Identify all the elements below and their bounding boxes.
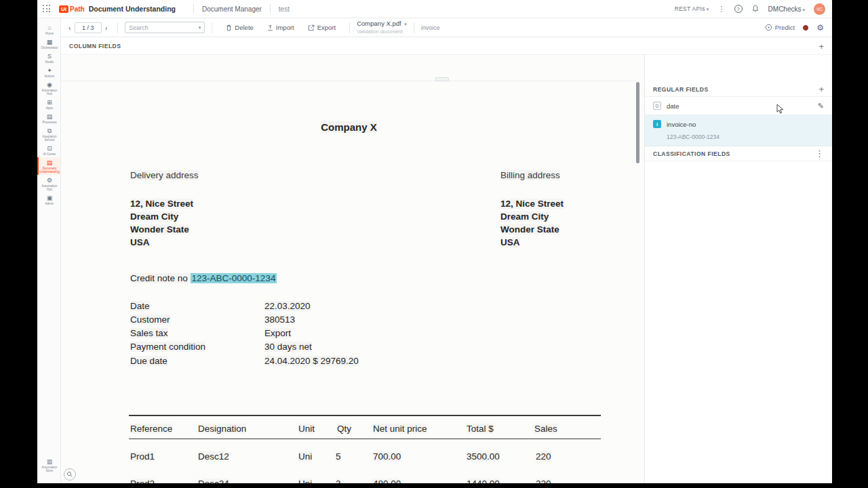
detail-label: Customer [130, 314, 170, 325]
credit-note-line: Credit note no 123-ABC-0000-1234 [130, 273, 277, 283]
delete-button[interactable]: Delete [226, 24, 253, 31]
table-header: Net unit price [373, 424, 427, 434]
billing-address-block: 12, Nice Street Dream City Wonder State … [500, 197, 564, 249]
zoom-button[interactable] [64, 468, 76, 481]
sidebar-item-processes[interactable]: ▤ Processes [37, 111, 60, 125]
next-page-button[interactable]: › [102, 24, 111, 32]
divider [193, 4, 194, 14]
kebab-menu-icon[interactable]: ⋮ [718, 5, 726, 14]
panel-top-padding [645, 55, 832, 82]
delivery-address-header: Delivery address [130, 170, 199, 180]
credit-note-number-highlight[interactable]: 123-ABC-0000-1234 [191, 273, 277, 283]
topbar-right: REST APIs▾ ⋮ ? DMChecks▾ VC [675, 3, 825, 15]
delivery-address-block: 12, Nice Street Dream City Wonder State … [130, 197, 193, 249]
sidebar-item-studio[interactable]: S Studio [37, 51, 60, 65]
table-header: Qty [337, 424, 351, 434]
page-indicator[interactable]: 1 / 3 [75, 22, 102, 33]
sidebar-item-label: AI Center [39, 152, 60, 156]
address-line: Dream City [500, 210, 564, 223]
menu-test[interactable]: test [279, 5, 290, 13]
table-header: Unit [298, 424, 315, 434]
delivery-address-header-text: Delivery address [130, 170, 199, 180]
processes-icon: ▤ [47, 113, 53, 120]
gear-icon[interactable]: ⚙ [816, 23, 824, 33]
sidebar-item-integration-service[interactable]: ⧉ Integration Service [37, 125, 60, 143]
divider [270, 4, 271, 14]
sidebar-item-label: Automation Hub [39, 89, 60, 96]
sidebar-item-label: Orchestrator [39, 46, 60, 49]
sidebar-item-ai-center[interactable]: ⊡ AI Center [37, 143, 60, 157]
tenant-dropdown[interactable]: DMChecks▾ [768, 5, 805, 13]
automation-ops-icon: ⚙ [47, 177, 52, 184]
field-type-badge: D [653, 102, 661, 110]
studio-icon: S [47, 53, 52, 60]
predict-button[interactable]: Predict [765, 24, 795, 31]
table-cell: Desc12 [198, 451, 229, 462]
chevron-down-icon: ▾ [707, 7, 709, 12]
automation-hub-icon: ◉ [47, 81, 52, 88]
field-row-date[interactable]: D date ✎ [645, 97, 832, 115]
help-icon[interactable]: ? [734, 5, 743, 13]
predict-icon [765, 24, 772, 31]
integration-service-icon: ⧉ [47, 127, 52, 134]
sidebar-item-home[interactable]: ⌂ Home [37, 22, 60, 37]
fields-panel: REGULAR FIELDS + D date ✎ i invoice-no 1… [644, 55, 832, 483]
avatar[interactable]: VC [814, 3, 825, 15]
sidebar-item-document-understanding[interactable]: ▤ Document Understanding [37, 157, 60, 175]
edit-pencil-icon[interactable]: ✎ [818, 102, 824, 110]
field-type-badge: i [653, 120, 661, 128]
classification-fields-menu-icon[interactable]: ⋮ [815, 148, 824, 159]
sidebar-item-admin[interactable]: ▣ Admin [37, 192, 60, 207]
toolbar-right: Predict ⚙ [765, 23, 824, 33]
divider [349, 22, 350, 33]
menu-document-manager[interactable]: Document Manager [202, 5, 262, 13]
classification-fields-header: CLASSIFICATION FIELDS [653, 150, 730, 157]
sidebar-item-automation-hub[interactable]: ◉ Automation Hub [37, 79, 60, 97]
export-button[interactable]: Export [308, 24, 336, 31]
table-header: Designation [198, 424, 246, 434]
page-title: Document Understanding [89, 5, 176, 13]
search-input[interactable]: Search ▾ [125, 22, 205, 33]
add-regular-field-button[interactable]: + [818, 84, 824, 94]
sidebar-item-actions[interactable]: ✦ Actions [37, 65, 60, 79]
app-launcher-icon[interactable] [43, 5, 51, 13]
sidebar-item-automation-ops[interactable]: ⚙ Automation Ops [37, 175, 60, 192]
sidebar-item-label: Automation Store [39, 466, 60, 472]
chevron-down-icon: ▾ [802, 7, 805, 12]
add-column-field-button[interactable]: + [818, 41, 824, 52]
table-top-rule [129, 415, 601, 416]
tenant-label: DMChecks [768, 5, 802, 13]
table-cell: Desc34 [198, 479, 229, 483]
sidebar-item-label: Integration Service [39, 135, 60, 142]
divider [414, 22, 414, 33]
detail-label: Due date [130, 356, 167, 366]
uipath-logo: Ui [59, 5, 68, 13]
sidebar-item-orchestrator[interactable]: ▦ Orchestrator [37, 37, 60, 51]
prev-page-button[interactable]: ‹ [65, 24, 75, 32]
import-label: Import [276, 24, 294, 31]
sidebar-item-label: Document Understanding [39, 167, 60, 174]
table-header: Total $ [467, 424, 494, 434]
sidebar-item-apps[interactable]: ⊞ Apps [37, 97, 60, 111]
document-viewer[interactable]: Company X Delivery address Billing addre… [61, 55, 644, 483]
field-row-invoice-no[interactable]: i invoice-no 123-ABC-0000-1234 [645, 115, 832, 146]
automation-store-icon: ▥ [47, 458, 53, 465]
sidebar-item-automation-store[interactable]: ▥ Automation Store [37, 456, 60, 474]
address-line: 12, Nice Street [500, 197, 564, 210]
notifications-bell-icon[interactable] [751, 5, 760, 13]
regular-fields-header: REGULAR FIELDS [653, 86, 709, 93]
rest-apis-dropdown[interactable]: REST APIs▾ [675, 5, 709, 12]
detail-label: Date [130, 301, 150, 311]
table-cell: 220 [536, 451, 551, 462]
table-cell: 220 [536, 479, 551, 483]
chevron-down-icon: ▾ [404, 22, 407, 26]
admin-icon: ▣ [47, 195, 53, 201]
import-button[interactable]: Import [267, 24, 294, 31]
table-header: Reference [130, 424, 172, 434]
trash-icon [226, 24, 232, 31]
magnifier-icon [66, 471, 73, 478]
home-icon: ⌂ [47, 24, 51, 31]
document-selector[interactable]: Company X.pdf ▾ Validation document [357, 20, 407, 35]
delete-label: Delete [235, 24, 253, 31]
left-sidebar: ⌂ Home ▦ Orchestrator S Studio ✦ Actions… [37, 18, 61, 483]
